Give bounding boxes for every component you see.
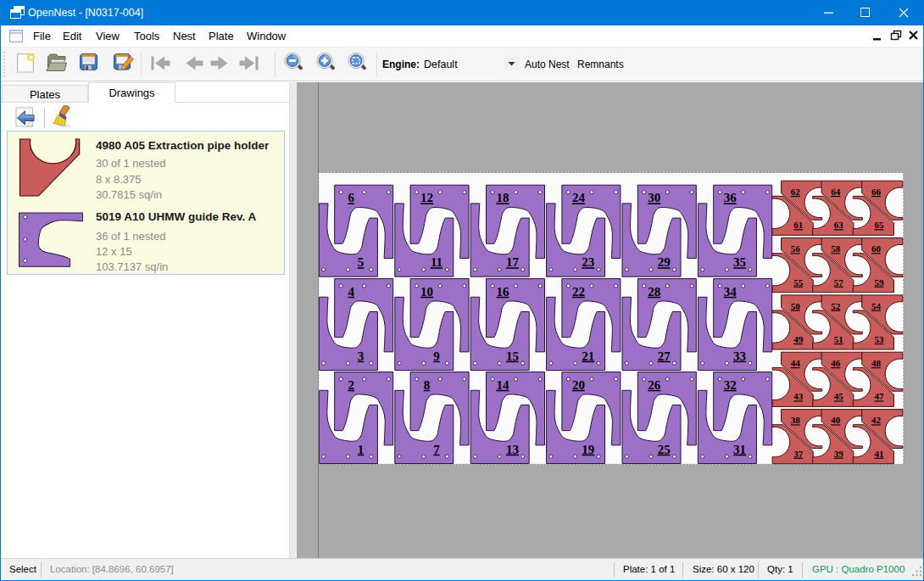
svg-text:5: 5 bbox=[358, 255, 365, 269]
svg-text:14: 14 bbox=[497, 378, 510, 392]
svg-text:27: 27 bbox=[658, 349, 671, 363]
svg-text:56: 56 bbox=[791, 243, 801, 254]
svg-text:64: 64 bbox=[831, 187, 841, 197]
svg-text:29: 29 bbox=[658, 255, 671, 269]
svg-text:60: 60 bbox=[871, 243, 882, 254]
svg-text:37: 37 bbox=[793, 449, 804, 459]
svg-text:38: 38 bbox=[791, 415, 801, 425]
svg-text:9: 9 bbox=[433, 349, 440, 363]
svg-text:7: 7 bbox=[433, 443, 440, 456]
svg-text:45: 45 bbox=[834, 391, 844, 401]
svg-text:33: 33 bbox=[733, 349, 746, 363]
svg-text:25: 25 bbox=[658, 443, 671, 456]
svg-text:55: 55 bbox=[793, 277, 804, 288]
svg-text:65: 65 bbox=[874, 220, 884, 230]
svg-text:34: 34 bbox=[724, 285, 738, 299]
svg-text:52: 52 bbox=[831, 301, 841, 311]
svg-text:23: 23 bbox=[582, 255, 594, 269]
svg-text:10: 10 bbox=[420, 285, 433, 299]
svg-text:3: 3 bbox=[358, 349, 365, 363]
svg-text:15: 15 bbox=[506, 349, 519, 363]
svg-text:26: 26 bbox=[648, 378, 661, 392]
svg-text:8: 8 bbox=[424, 378, 431, 392]
svg-text:40: 40 bbox=[831, 415, 841, 425]
svg-text:41: 41 bbox=[874, 449, 883, 459]
svg-text:17: 17 bbox=[506, 255, 520, 269]
svg-text:11: 11 bbox=[431, 255, 443, 269]
svg-text:21: 21 bbox=[582, 349, 594, 363]
svg-text:28: 28 bbox=[648, 285, 660, 299]
svg-text:53: 53 bbox=[874, 334, 884, 344]
svg-text:12: 12 bbox=[420, 191, 433, 204]
svg-text:31: 31 bbox=[733, 443, 746, 456]
svg-text:63: 63 bbox=[834, 220, 844, 230]
svg-text:62: 62 bbox=[791, 187, 801, 197]
svg-text:42: 42 bbox=[871, 415, 882, 425]
svg-text:30: 30 bbox=[648, 191, 660, 204]
svg-text:58: 58 bbox=[831, 243, 841, 254]
svg-text:57: 57 bbox=[834, 277, 844, 288]
svg-text:13: 13 bbox=[506, 443, 519, 456]
svg-text:18: 18 bbox=[497, 191, 509, 204]
svg-text:66: 66 bbox=[871, 187, 882, 197]
svg-text:36: 36 bbox=[724, 191, 738, 204]
svg-text:54: 54 bbox=[871, 301, 882, 311]
svg-text:16: 16 bbox=[497, 285, 510, 299]
svg-text:59: 59 bbox=[874, 277, 884, 288]
svg-text:19: 19 bbox=[582, 443, 594, 456]
svg-text:4: 4 bbox=[348, 285, 354, 299]
svg-text:49: 49 bbox=[793, 334, 804, 344]
svg-text:20: 20 bbox=[572, 378, 585, 392]
svg-text:48: 48 bbox=[871, 358, 882, 368]
svg-text:1: 1 bbox=[358, 443, 365, 456]
svg-text:47: 47 bbox=[874, 391, 884, 401]
svg-text:32: 32 bbox=[724, 378, 737, 392]
svg-text:22: 22 bbox=[572, 285, 585, 299]
svg-text:61: 61 bbox=[793, 220, 803, 230]
svg-text:44: 44 bbox=[791, 358, 801, 368]
svg-text:46: 46 bbox=[831, 358, 841, 368]
svg-text:39: 39 bbox=[834, 449, 844, 459]
svg-text:51: 51 bbox=[834, 334, 843, 344]
svg-text:35: 35 bbox=[733, 255, 746, 269]
svg-text:2: 2 bbox=[348, 378, 354, 392]
svg-text:6: 6 bbox=[348, 191, 354, 204]
svg-text:43: 43 bbox=[793, 391, 804, 401]
svg-text:50: 50 bbox=[791, 301, 801, 311]
svg-text:24: 24 bbox=[572, 191, 586, 204]
